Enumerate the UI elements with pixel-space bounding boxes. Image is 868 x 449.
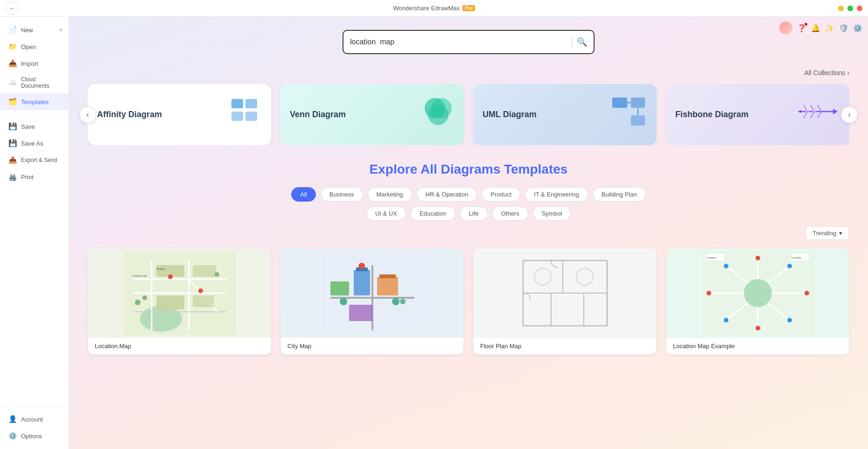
carousel-card-affinity[interactable]: Affinity Diagram <box>88 84 271 145</box>
sidebar-item-new-label: New <box>21 27 33 34</box>
svg-rect-33 <box>193 265 216 277</box>
sidebar-item-new[interactable]: 📄 New + <box>0 21 69 38</box>
search-container: 🔍 <box>88 30 849 54</box>
svg-text:Location: Location <box>791 256 801 259</box>
template-card-1-image: Large Road Hospital <box>88 249 271 337</box>
window-controls <box>838 6 862 11</box>
close-button[interactable] <box>857 6 862 11</box>
notification-dot <box>805 23 807 26</box>
svg-rect-45 <box>354 270 370 295</box>
template-card-2-image: 📍 <box>281 249 463 337</box>
settings-icon[interactable]: ⚙️ <box>853 24 862 33</box>
svg-rect-9 <box>631 115 645 126</box>
sidebar-item-cloud-label: Cloud Documents <box>21 76 60 89</box>
trending-dropdown[interactable]: Trending ▾ <box>805 226 849 240</box>
carousel-card-uml[interactable]: UML Diagram <box>473 84 657 145</box>
search-button[interactable]: 🔍 <box>577 37 587 47</box>
sidebar-item-cloud[interactable]: ☁️ Cloud Documents <box>0 72 69 93</box>
sidebar-item-save-as[interactable]: 💾 Save As <box>0 135 69 152</box>
venn-icon <box>422 95 455 134</box>
sidebar-item-save-as-label: Save As <box>21 140 43 147</box>
title-bar: ← Wondershare EdrawMax Pro <box>0 0 868 17</box>
sidebar-item-save[interactable]: 💾 Save <box>0 118 69 135</box>
user-avatar[interactable] <box>779 21 792 35</box>
sidebar-item-export[interactable]: 📤 Export & Send <box>0 152 69 168</box>
fishbone-title: Fishbone Diagram <box>675 109 749 120</box>
filter-it[interactable]: IT & Engineering <box>525 187 588 202</box>
sidebar: 📄 New + 📁 Open 📥 Import ☁️ Cloud Documen… <box>0 17 69 449</box>
svg-rect-47 <box>377 277 398 295</box>
main-content: 🔍 All Collections › ‹ Affinity Diagram <box>69 17 868 449</box>
svg-rect-2 <box>231 112 243 121</box>
filter-symbol[interactable]: Symbol <box>533 206 571 221</box>
carousel-card-venn[interactable]: Venn Diagram <box>280 84 464 145</box>
cloud-icon: ☁️ <box>8 78 17 87</box>
uml-icon <box>610 95 647 134</box>
svg-rect-3 <box>245 112 257 121</box>
template-card-1-label: Location Map <box>88 337 271 354</box>
affinity-icon <box>229 95 262 134</box>
filter-building[interactable]: Building Plan <box>593 187 646 202</box>
svg-rect-0 <box>231 99 243 108</box>
filter-tags-row1: All Business Marketing HR & Operation Pr… <box>88 187 849 202</box>
all-collections-link[interactable]: All Collections › <box>88 69 849 77</box>
sidebar-item-account-label: Account <box>21 416 43 423</box>
sidebar-divider <box>0 114 69 114</box>
sidebar-item-print[interactable]: 🖨️ Print <box>0 168 69 185</box>
sidebar-bottom: 👤 Account ⚙️ Options <box>0 407 69 444</box>
filter-life[interactable]: Life <box>460 206 488 221</box>
svg-text:Large Road: Large Road <box>132 274 147 277</box>
minimize-button[interactable] <box>838 6 844 11</box>
carousel-card-fishbone[interactable]: Fishbone Diagram <box>666 84 849 145</box>
import-icon: 📥 <box>8 59 17 68</box>
sidebar-item-import[interactable]: 📥 Import <box>0 55 69 72</box>
svg-rect-32 <box>156 295 184 309</box>
svg-point-35 <box>168 274 173 279</box>
maximize-button[interactable] <box>847 6 853 11</box>
sidebar-item-templates[interactable]: 🗂️ Templates <box>0 93 69 110</box>
bell-icon[interactable]: 🔔 <box>811 24 820 33</box>
template-card-3[interactable]: Floor Plan Map <box>473 248 657 355</box>
sidebar-item-account[interactable]: 👤 Account <box>0 411 69 428</box>
carousel-next-button[interactable]: › <box>841 106 858 123</box>
sidebar-item-open-label: Open <box>21 43 36 50</box>
filter-product[interactable]: Product <box>482 187 520 202</box>
filter-education[interactable]: Education <box>411 206 455 221</box>
sparkle-icon[interactable]: ✨ <box>825 24 834 33</box>
filter-all[interactable]: All <box>291 187 315 202</box>
svg-point-37 <box>135 300 140 305</box>
help-icon[interactable]: ❓ <box>797 24 806 33</box>
template-card-4[interactable]: Location Location Location Map Example <box>666 248 849 355</box>
template-card-3-image <box>474 249 656 337</box>
filter-hr[interactable]: HR & Operation <box>417 187 477 202</box>
svg-line-16 <box>818 105 821 112</box>
search-divider <box>572 36 572 48</box>
filter-others[interactable]: Others <box>492 206 528 221</box>
right-toolbar: ❓ 🔔 ✨ 🛡️ ⚙️ <box>779 21 862 35</box>
sidebar-item-open[interactable]: 📁 Open <box>0 38 69 55</box>
shield-icon[interactable]: 🛡️ <box>839 24 848 33</box>
svg-point-51 <box>340 298 347 305</box>
sidebar-item-options[interactable]: ⚙️ Options <box>0 428 69 444</box>
template-card-2[interactable]: 📍 City Map <box>280 248 464 355</box>
svg-rect-7 <box>612 98 627 108</box>
pro-badge: Pro <box>462 5 475 11</box>
app-container: 📄 New + 📁 Open 📥 Import ☁️ Cloud Documen… <box>0 17 868 449</box>
template-grid: Large Road Hospital Location Map <box>88 248 849 355</box>
explore-plain-text: Explore <box>370 162 420 176</box>
search-box: 🔍 <box>343 30 595 54</box>
sidebar-item-save-label: Save <box>21 123 35 130</box>
carousel-prev-button[interactable]: ‹ <box>79 106 96 123</box>
all-collections-arrow: › <box>847 69 849 77</box>
search-input[interactable] <box>350 38 567 46</box>
filter-marketing[interactable]: Marketing <box>368 187 412 202</box>
template-card-1[interactable]: Large Road Hospital Location Map <box>88 248 271 355</box>
options-icon: ⚙️ <box>8 432 17 440</box>
sidebar-item-import-label: Import <box>21 60 38 67</box>
svg-point-6 <box>428 105 448 125</box>
filter-business[interactable]: Business <box>321 187 363 202</box>
filter-ui[interactable]: UI & UX <box>366 206 406 221</box>
back-button[interactable]: ← <box>6 2 19 15</box>
svg-text:Hospital: Hospital <box>156 267 165 270</box>
svg-rect-48 <box>379 274 396 278</box>
